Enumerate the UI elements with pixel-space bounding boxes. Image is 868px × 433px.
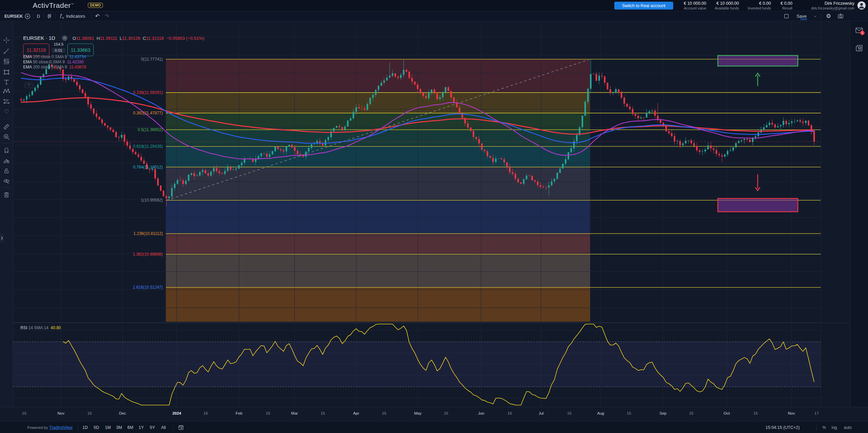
ema-200-legend[interactable]: EMA 200 close 0 SMA 9 11.43878 [23,65,86,69]
fib-level-label: 1.236(10.81112) [133,231,163,236]
undo-button[interactable]: ↶ [93,11,102,21]
fib-level-label: 1.618(10.51247) [133,285,163,290]
stat-account-value: € 10 000.00Account value [684,1,706,10]
ema-50-legend[interactable]: EMA 50 close 0 SMA 9 11.42330 [23,60,84,64]
range-button-1d[interactable]: 1D [82,421,88,433]
axis-divider [0,407,868,407]
time-tick: 15 [689,411,694,415]
drawing-mode-tool[interactable] [2,157,11,165]
stat-available-funds: € 10 000.00Available funds [715,1,739,10]
fib-level-label: 0.236(11.59291) [133,90,163,95]
time-tick: Aug [597,411,604,415]
percent-scale-toggle[interactable]: % [822,421,826,433]
time-tick: 16 [508,411,512,415]
time-tick: 2024 [172,411,181,415]
pane-divider[interactable] [13,323,850,323]
interval-button[interactable]: D [33,11,44,21]
bottom-bar: Powered by TradingView 15:04:15 (UTC+2) … [0,421,868,433]
toolbar-separator [55,13,56,19]
range-button-1y[interactable]: 1Y [139,421,144,433]
time-tick: 16 [204,411,208,415]
collapse-legend-chevron[interactable]: ⌃ [25,82,33,88]
auto-scale-toggle[interactable]: auto [844,421,852,433]
fx-icon[interactable]: ƒx [57,11,67,21]
activtrader-app: ActivTrader™ DEMO Switch to Real account… [0,0,868,433]
messages-envelope-icon[interactable]: 1 [855,26,864,35]
range-button-1m[interactable]: 1M [105,421,111,433]
time-tick: Oct [724,411,730,415]
collapse-symbol-icon[interactable]: – [62,35,67,41]
xabcd-pattern-tool[interactable] [2,87,11,95]
time-tick: 15 [627,411,631,415]
time-tick: Jul [539,411,544,415]
compare-add-button[interactable] [22,11,33,21]
hide-all-tool[interactable] [2,177,11,185]
right-sidebar: 1 [850,21,868,407]
save-menu-chevron[interactable] [811,11,819,21]
crosshair-tool[interactable] [2,36,11,44]
symbol-button[interactable]: EURSEK [3,11,24,21]
switch-to-real-button[interactable]: Switch to Real account [614,2,673,10]
indicators-button[interactable]: Indicators [66,11,90,21]
range-button-5y[interactable]: 5Y [150,421,155,433]
chart-canvas[interactable] [13,21,850,407]
clock[interactable]: 15:04:15 (UTC+2) [766,421,800,433]
time-tick: Dec [119,411,126,415]
time-tick: 15 [266,411,270,415]
fib-retracement-tool[interactable] [2,57,11,65]
news-icon[interactable] [855,44,864,52]
screenshot-camera-icon[interactable] [835,11,846,21]
measure-ruler-tool[interactable] [2,123,11,131]
forecast-tool[interactable] [2,97,11,106]
text-tool[interactable] [2,78,11,86]
avatar[interactable] [857,1,866,10]
fib-level-label: 0.618(11.29426) [133,144,163,149]
lock-all-tool[interactable] [2,167,11,175]
chart-legend-title[interactable]: EURSEK · 1D [23,35,55,41]
tools-separator [2,119,11,119]
time-axis[interactable]: 15Nov15Dec202416Feb15Mar15Apr15May15Jun1… [13,407,850,421]
chart-toolbar: EURSEK D ƒx Indicators ↶ ↷ Save Save ⚙ [0,11,868,21]
emoji-heart-tool[interactable]: ♡ [2,108,11,116]
range-button-5d[interactable]: 5D [94,421,99,433]
bottom-separator [817,424,817,431]
range-button-6m[interactable]: 6M [127,421,133,433]
price-axis[interactable]: 11.9000011.8000011.7774111.7000011.59291… [821,21,850,407]
user-info[interactable]: Dirk Friczewskydirk.friczewsky@gmail.com [811,1,854,10]
stat-result: € 0.00Result [780,1,792,10]
time-tick: Mar [291,411,298,415]
rsi-legend[interactable]: RSI 14 SMA 14 40.80 [20,325,61,330]
fib-level-label: 1.382(10.69698) [133,252,163,257]
fib-level-label: 0.5(11.38652) [138,127,163,132]
time-tick: 15 [567,411,572,415]
time-tick: Nov [58,411,64,415]
range-button-3m[interactable]: 3M [116,421,122,433]
settings-gear-icon[interactable]: ⚙ [823,11,834,21]
log-scale-toggle[interactable]: log [832,421,837,433]
layout-button[interactable] [781,11,791,21]
spread-value: 154.5 [50,42,67,46]
remove-all-tool[interactable] [2,191,11,199]
toolbar-separator [91,13,92,19]
drawing-tools-panel: ♡ [0,21,13,407]
time-tick: Nov [788,411,795,415]
shapes-tool[interactable] [2,68,11,76]
go-to-date-button[interactable] [178,421,184,433]
time-tick: Jun [478,411,485,415]
tools-separator [2,187,11,188]
time-tick: 15 [754,411,758,415]
redo-button[interactable]: ↷ [102,11,112,21]
chart-style-button[interactable] [44,11,55,21]
ema-100-legend[interactable]: EMA 100 close 0 SMA 9 11.43734 [23,54,86,59]
time-tick: 15 [22,411,27,415]
range-button-all[interactable]: All [161,421,166,433]
time-tick: 15 [321,411,325,415]
zoom-in-tool[interactable] [2,133,11,141]
trend-line-tool[interactable] [2,47,11,55]
magnet-tool[interactable] [2,146,11,155]
expand-panel-chevron[interactable]: ❯ [0,234,4,242]
tradingview-link[interactable]: TradingView [49,425,73,430]
toolbar-separator [821,13,821,19]
fib-level-label: 0(11.77741) [141,57,163,62]
time-tick: Feb [236,411,242,415]
